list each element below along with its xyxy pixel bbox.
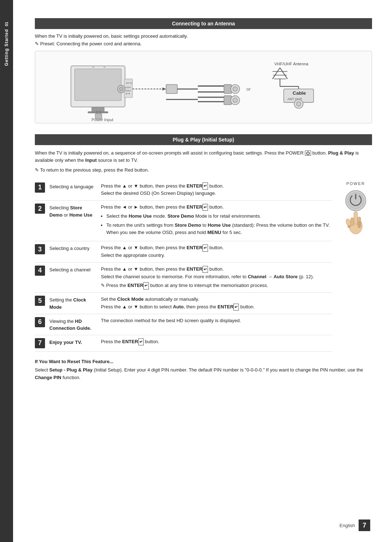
step-label-1: Selecting a language	[49, 182, 97, 190]
antenna-header: Connecting to an Antenna	[35, 18, 372, 29]
step-desc-3: Press the ▲ or ▼ button, then press the …	[101, 244, 332, 259]
svg-rect-2	[91, 107, 105, 111]
svg-rect-19	[224, 85, 232, 94]
power-label: POWER	[346, 181, 365, 186]
svg-marker-14	[162, 87, 166, 90]
step-label-6: Viewing the HD Connection Guide.	[49, 317, 97, 332]
svg-line-30	[273, 68, 280, 79]
svg-rect-3	[88, 111, 109, 113]
step-number-5: 5	[35, 296, 45, 306]
steps-container: 1 Selecting a language Press the ▲ or ▼ …	[35, 180, 372, 352]
svg-text:Cable: Cable	[293, 90, 306, 96]
step-number-2: 2	[35, 204, 45, 214]
step-label-7: Enjoy your TV.	[49, 338, 97, 346]
step-number-1: 1	[35, 182, 45, 193]
svg-text:Power Input: Power Input	[91, 118, 114, 122]
step-row-5: 5 Setting the Clock Mode Set the Clock M…	[35, 293, 332, 314]
antenna-diagram: ANT IN AUDIO VIDEO AV IN	[35, 51, 372, 123]
step-desc-5: Set the Clock Mode automatically or manu…	[101, 296, 332, 311]
main-content: Connecting to an Antenna When the TV is …	[13, 0, 392, 542]
power-button-illustration: POWER	[339, 180, 372, 352]
antenna-intro: When the TV is initially powered on, bas…	[35, 33, 372, 39]
page-footer: English 7	[339, 520, 370, 531]
step-label-4: Selecting a channel	[49, 266, 97, 274]
step-desc-6: The connection method for the best HD sc…	[101, 317, 332, 325]
reset-section: If You Want to Reset This Feature... Sel…	[35, 359, 372, 382]
svg-rect-1	[75, 69, 122, 100]
step-row-6: 6 Viewing the HD Connection Guide. The c…	[35, 314, 332, 335]
reset-title: If You Want to Reset This Feature...	[35, 359, 372, 364]
step-row-2: 2 Selecting Store Demo or Home Use Press…	[35, 201, 332, 241]
svg-line-31	[280, 68, 287, 79]
svg-text:ANT IN: ANT IN	[126, 82, 132, 84]
step-row-1: 1 Selecting a language Press the ▲ or ▼ …	[35, 180, 332, 201]
svg-rect-52	[351, 218, 354, 226]
step-desc-7: Press the ENTER↵ button.	[101, 338, 332, 346]
step-number-3: 3	[35, 244, 45, 254]
step-label-3: Selecting a country	[49, 244, 97, 252]
antenna-section: Connecting to an Antenna When the TV is …	[35, 18, 372, 123]
step-row-7: 7 Enjoy your TV. Press the ENTER↵ button…	[35, 335, 332, 352]
step-row-4: 4 Selecting a channel Press the ▲ or ▼ b…	[35, 263, 332, 293]
svg-point-4	[92, 66, 94, 68]
footer-language: English	[339, 523, 355, 528]
svg-rect-15	[166, 85, 177, 94]
svg-text:VHF/UHF Antenna: VHF/UHF Antenna	[274, 62, 309, 66]
plug-play-note: To return to the previous step, press th…	[35, 167, 372, 174]
side-tab-text: Getting Started	[4, 29, 9, 66]
reset-text: Select Setup - Plug & Play (Initial Setu…	[35, 366, 372, 382]
svg-rect-53	[358, 221, 361, 228]
svg-rect-44	[95, 114, 102, 119]
side-tab: 01 Getting Started	[0, 0, 13, 542]
step-number-4: 4	[35, 266, 45, 276]
antenna-preset: Preset: Connecting the power cord and an…	[35, 41, 372, 46]
step-number-6: 6	[35, 317, 45, 327]
footer-page-number: 7	[359, 520, 370, 531]
step-desc-4: Press the ▲ or ▼ button, then press the …	[101, 266, 332, 290]
step-desc-1: Press the ▲ or ▼ button, then press the …	[101, 182, 332, 198]
steps-table: 1 Selecting a language Press the ▲ or ▼ …	[35, 180, 332, 352]
svg-text:VIDEO: VIDEO	[125, 90, 131, 92]
svg-point-21	[233, 87, 237, 91]
step-row-3: 3 Selecting a country Press the ▲ or ▼ b…	[35, 241, 332, 263]
step-label-5: Setting the Clock Mode	[49, 296, 97, 311]
svg-point-12	[119, 87, 123, 91]
svg-text:AUDIO: AUDIO	[125, 86, 131, 89]
step-label-2: Selecting Store Demo or Home Use	[49, 204, 97, 218]
step-desc-2: Press the ◄ or ► button, then press the …	[101, 204, 332, 238]
plug-play-header: Plug & Play (Initial Setup)	[35, 134, 372, 145]
step-number-7: 7	[35, 338, 45, 348]
plug-play-section: Plug & Play (Initial Setup) When the TV …	[35, 134, 372, 381]
svg-point-5	[103, 66, 106, 68]
svg-point-42	[297, 102, 301, 106]
svg-rect-50	[354, 212, 358, 224]
plug-play-body: When the TV is initially powered on, a s…	[35, 149, 372, 164]
svg-text:or: or	[246, 86, 251, 92]
svg-text:AV IN: AV IN	[126, 93, 130, 95]
svg-rect-26	[224, 96, 232, 105]
svg-point-28	[233, 98, 237, 102]
side-tab-number: 01	[4, 22, 9, 26]
